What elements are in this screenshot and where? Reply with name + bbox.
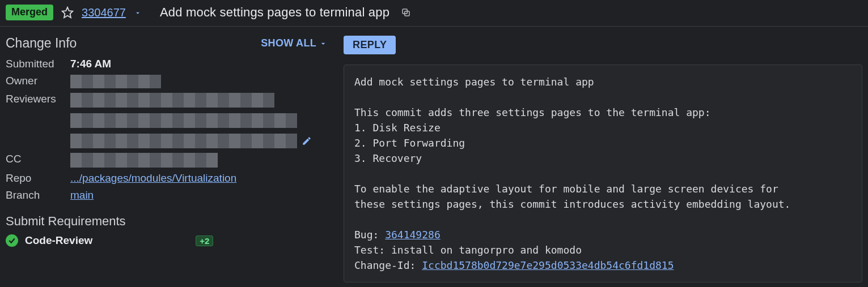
commit-para2: To enable the adaptive layout for mobile… bbox=[354, 183, 790, 210]
change-info-panel: Change Info SHOW ALL Submitted 7:46 AM O… bbox=[6, 36, 328, 282]
commit-message-box: Add mock settings pages to terminal app … bbox=[344, 65, 862, 282]
reviewer-redacted bbox=[70, 134, 297, 148]
right-panel: REPLY Add mock settings pages to termina… bbox=[344, 36, 862, 282]
repo-label: Repo bbox=[6, 172, 70, 185]
cc-label: CC bbox=[6, 153, 70, 165]
test-line: Test: install on tangorpro and komodo bbox=[354, 244, 582, 256]
branch-label: Branch bbox=[6, 189, 70, 202]
branch-link[interactable]: main bbox=[70, 189, 94, 202]
page-header: Merged 3304677 Add mock settings pages t… bbox=[0, 0, 868, 27]
cc-row: CC bbox=[6, 151, 328, 170]
repo-link[interactable]: .../packages/modules/Virtualization bbox=[70, 172, 236, 185]
change-number[interactable]: 3304677 bbox=[82, 6, 126, 19]
requirement-row: Code-Review +2 bbox=[6, 234, 328, 247]
show-all-button[interactable]: SHOW ALL bbox=[261, 37, 328, 49]
reviewers-row: Reviewers bbox=[6, 91, 328, 151]
star-icon[interactable] bbox=[61, 6, 74, 19]
owner-label: Owner bbox=[6, 75, 70, 87]
page-title: Add mock settings pages to terminal app bbox=[160, 5, 389, 20]
repo-row: Repo .../packages/modules/Virtualization bbox=[6, 170, 328, 187]
reviewer-redacted bbox=[70, 93, 274, 108]
section-title: Change Info bbox=[6, 36, 77, 51]
reviewers-label: Reviewers bbox=[6, 93, 70, 105]
edit-icon[interactable] bbox=[302, 136, 312, 146]
reply-button[interactable]: REPLY bbox=[344, 36, 396, 54]
requirement-name: Code-Review bbox=[25, 234, 92, 247]
check-circle-icon bbox=[6, 234, 18, 247]
bug-label: Bug: bbox=[354, 229, 385, 241]
chevron-down-icon[interactable] bbox=[134, 8, 142, 17]
changeid-link[interactable]: Iccbd1578b0d729e7e295d0533e4db54c6fd1d81… bbox=[422, 259, 674, 271]
owner-redacted bbox=[70, 75, 161, 88]
submitted-row: Submitted 7:46 AM bbox=[6, 55, 328, 72]
svg-marker-0 bbox=[62, 7, 73, 18]
score-chip: +2 bbox=[196, 235, 213, 246]
commit-title: Add mock settings pages to terminal app bbox=[354, 76, 594, 88]
submitted-value: 7:46 AM bbox=[70, 58, 111, 70]
changeid-label: Change-Id: bbox=[354, 259, 422, 271]
owner-row: Owner bbox=[6, 72, 328, 91]
submit-requirements-title: Submit Requirements bbox=[6, 214, 328, 229]
submitted-label: Submitted bbox=[6, 58, 70, 70]
commit-item: 1. Disk Resize bbox=[354, 122, 441, 134]
bug-link[interactable]: 364149286 bbox=[385, 229, 441, 241]
branch-row: Branch main bbox=[6, 187, 328, 204]
cc-redacted bbox=[70, 153, 218, 168]
status-chip: Merged bbox=[6, 5, 53, 20]
show-all-label: SHOW ALL bbox=[261, 37, 316, 49]
commit-item: 2. Port Forwarding bbox=[354, 137, 465, 149]
commit-intro: This commit adds three settings pages to… bbox=[354, 106, 711, 118]
reviewer-redacted bbox=[70, 113, 297, 128]
body: Change Info SHOW ALL Submitted 7:46 AM O… bbox=[0, 27, 868, 287]
copy-icon[interactable] bbox=[401, 7, 411, 18]
commit-item: 3. Recovery bbox=[354, 152, 422, 164]
